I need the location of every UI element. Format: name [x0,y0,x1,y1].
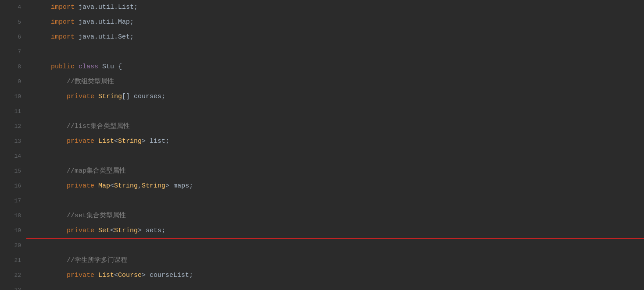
code-editor: 4567891011121314151617181920212223242526… [0,0,644,290]
code-line-12: //list集合类型属性 [35,119,644,134]
token: ; [130,30,134,45]
token: private [67,89,94,104]
token: Stu [98,60,118,74]
token: private [67,179,94,194]
code-line-6: 🔒 import java.util.Set; [35,30,644,45]
token [94,179,98,194]
code-line-17 [35,194,644,209]
token: > [142,268,150,283]
token: java.util. [75,30,118,45]
line-number-6: 6 [0,30,21,45]
code-line-14 [35,149,644,164]
token [35,0,51,15]
token [35,209,67,223]
token: public [51,60,75,74]
token: { [118,60,122,74]
token [35,179,67,194]
code-line-19: private Set<String> sets; [35,223,644,238]
line-number-8: 8 [0,60,21,74]
line-number-17: 17 [0,194,21,209]
token: private [67,268,94,283]
token: , [138,179,142,194]
token: //list集合类型属性 [67,119,130,134]
token: [] [122,89,134,104]
token: List [118,0,134,15]
code-line-18: //set集合类型属性 [35,209,644,223]
token: ; [130,15,134,30]
token: ; [189,268,193,283]
code-line-23 [35,283,644,290]
token: import [51,0,75,15]
token: < [110,223,114,238]
line-number-22: 22 [0,268,21,283]
code-line-4: import java.util.List; [35,0,644,15]
line-number-11: 11 [0,104,21,119]
token [35,223,67,238]
line-number-12: 12 [0,119,21,134]
token [75,60,79,74]
token: maps [173,179,189,194]
token: Set [118,30,130,45]
line-number-13: 13 [0,134,21,149]
token: < [114,268,118,283]
line-number-5: 5 [0,15,21,30]
token [94,134,98,149]
token: String [114,179,138,194]
code-line-13: private List<String> list; [35,134,644,149]
token: Course [118,268,142,283]
token: import [51,15,75,30]
code-line-16: private Map<String,String> maps; [35,179,644,194]
line-number-7: 7 [0,45,21,60]
token [94,89,98,104]
token: private [67,223,94,238]
token: List [98,134,114,149]
token: //set集合类型属性 [67,209,126,223]
token: < [114,134,118,149]
token [35,164,67,179]
token: > [142,134,150,149]
token: String [114,223,138,238]
token [35,60,51,74]
token [94,268,98,283]
token: ; [165,134,169,149]
token [35,30,51,45]
line-number-20: 20 [0,238,21,253]
token: class [79,60,98,74]
line-number-21: 21 [0,253,21,268]
token [35,74,67,89]
line-number-4: 4 [0,0,21,15]
code-content[interactable]: import java.util.List; import java.util.… [26,0,644,290]
token [94,223,98,238]
line-number-14: 14 [0,149,21,164]
token: //学生所学多门课程 [67,253,127,268]
code-line-22: private List<Course> courseList; [35,268,644,283]
code-line-21: //学生所学多门课程 [35,253,644,268]
token: > [138,223,146,238]
token: < [110,179,114,194]
token: String [118,134,142,149]
token [35,119,67,134]
line-number-23: 23 [0,283,21,290]
line-number-18: 18 [0,209,21,223]
token: courses [134,89,161,104]
token: Map [118,15,130,30]
code-line-5: import java.util.Map; [35,15,644,30]
token: //map集合类型属性 [67,164,126,179]
token [35,15,51,30]
code-line-9: //数组类型属性 [35,74,644,89]
token: Map [98,179,110,194]
line-number-9: 9 [0,74,21,89]
token: java.util. [75,0,118,15]
token: java.util. [75,15,118,30]
token: sets [146,223,161,238]
token: > [165,179,173,194]
token: ; [161,89,165,104]
code-line-15: //map集合类型属性 [35,164,644,179]
token: //数组类型属性 [67,74,114,89]
token: courseList [150,268,189,283]
line-numbers: 4567891011121314151617181920212223242526 [0,0,26,290]
token: list [150,134,165,149]
line-number-19: 19 [0,223,21,238]
line-number-16: 16 [0,179,21,194]
code-line-7 [35,45,644,60]
